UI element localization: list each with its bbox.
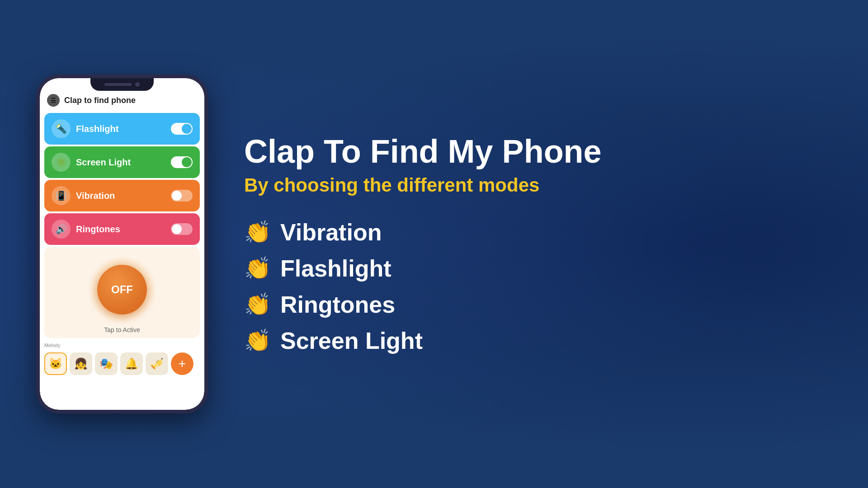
list-item-screen-light: 👏 Screen Light	[244, 327, 832, 354]
vibration-label: Vibration	[76, 191, 165, 201]
vibration-row[interactable]: 📳 Vibration	[44, 180, 200, 211]
notch-speaker	[104, 83, 132, 86]
phone-bottom-section: OFF Tap to Active	[44, 247, 200, 338]
flashlight-label: Flashlight	[76, 124, 165, 134]
nav-item-bell[interactable]: 🔔	[120, 352, 143, 375]
screen-light-toggle-knob	[182, 157, 192, 167]
list-text-flashlight: Flashlight	[280, 255, 392, 282]
screen-light-row[interactable]: ✳️ Screen Light	[44, 146, 200, 178]
flashlight-toggle[interactable]	[171, 123, 193, 135]
subtitle: By choosing the different modes	[244, 174, 832, 196]
nav-item-girl[interactable]: 👧	[70, 352, 92, 375]
off-label: OFF	[111, 283, 133, 296]
clap-emoji-vibration: 👏	[244, 220, 271, 245]
screen-light-label: Screen Light	[76, 157, 165, 168]
vibration-toggle-knob	[172, 191, 182, 201]
clap-emoji-flashlight: 👏	[244, 256, 271, 281]
nav-item-cat[interactable]: 🐱	[44, 352, 67, 375]
flashlight-toggle-knob	[182, 124, 192, 134]
phone-screen: ☰ Clap to find phone 🔦 Flashlight ✳️ Scr…	[40, 78, 204, 410]
flashlight-row[interactable]: 🔦 Flashlight	[44, 113, 200, 145]
ringtones-icon: 🔊	[52, 220, 71, 239]
phone-mockup: ☰ Clap to find phone 🔦 Flashlight ✳️ Scr…	[36, 75, 208, 413]
vibration-toggle[interactable]	[171, 190, 193, 202]
ringtones-toggle[interactable]	[171, 223, 193, 235]
main-title: Clap To Find My Phone	[244, 134, 832, 169]
phone-frame: ☰ Clap to find phone 🔦 Flashlight ✳️ Scr…	[36, 75, 208, 413]
app-title: Clap to find phone	[64, 96, 136, 105]
list-item-flashlight: 👏 Flashlight	[244, 255, 832, 282]
list-item-vibration: 👏 Vibration	[244, 219, 832, 246]
nav-item-dance[interactable]: 🎭	[95, 352, 118, 375]
right-content: Clap To Find My Phone By choosing the di…	[208, 134, 832, 354]
bottom-nav: 🐱 👧 🎭 🔔 🎺 +	[40, 349, 204, 377]
list-text-ringtones: Ringtones	[280, 291, 395, 318]
clap-emoji-ringtones: 👏	[244, 292, 271, 317]
nav-item-whistle[interactable]: 🎺	[146, 352, 168, 375]
notch-camera	[135, 82, 140, 87]
feature-list: 👏 Vibration 👏 Flashlight 👏 Ringtones 👏 S…	[244, 219, 832, 354]
screen-light-toggle[interactable]	[171, 156, 193, 168]
melody-label: Melody	[44, 343, 60, 348]
nav-add-button[interactable]: +	[171, 352, 193, 375]
clap-emoji-screen-light: 👏	[244, 328, 271, 353]
tap-active-text: Tap to Active	[104, 326, 140, 333]
flashlight-icon: 🔦	[52, 119, 71, 138]
ringtones-row[interactable]: 🔊 Ringtones	[44, 213, 200, 245]
off-button[interactable]: OFF	[97, 265, 147, 314]
ringtones-toggle-knob	[172, 224, 182, 234]
list-text-screen-light: Screen Light	[280, 327, 423, 354]
vibration-icon: 📳	[52, 186, 71, 205]
list-text-vibration: Vibration	[280, 219, 382, 246]
ringtones-label: Ringtones	[76, 224, 165, 235]
list-item-ringtones: 👏 Ringtones	[244, 291, 832, 318]
menu-icon[interactable]: ☰	[47, 94, 60, 107]
off-button-container[interactable]: OFF	[88, 256, 156, 324]
phone-notch	[90, 78, 154, 91]
screen-light-icon: ✳️	[52, 153, 71, 172]
